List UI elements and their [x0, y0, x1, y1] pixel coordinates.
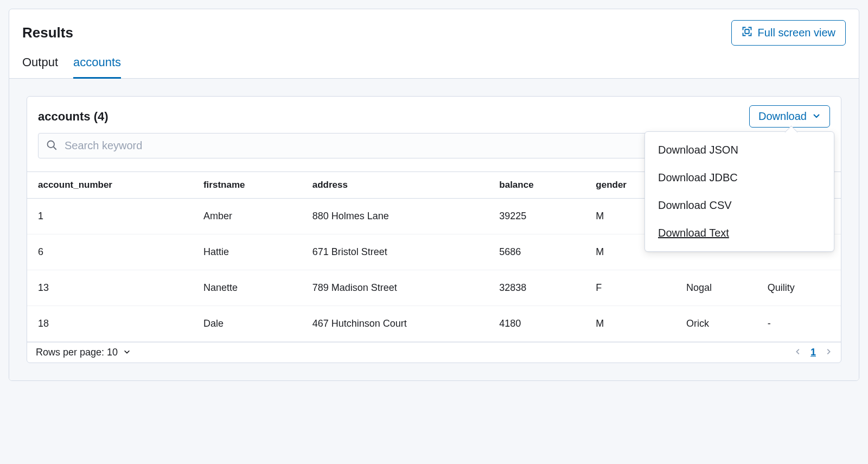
full-screen-label: Full screen view: [758, 27, 835, 39]
full-screen-button[interactable]: Full screen view: [731, 20, 846, 46]
download-menu-item[interactable]: Download JDBC: [645, 164, 834, 192]
cell-firstname: Nanette: [193, 270, 302, 306]
cell-balance: 39225: [488, 199, 585, 234]
cell-firstname: Dale: [193, 306, 302, 342]
cell-address: 467 Hutchinson Court: [302, 306, 489, 342]
tab-accounts[interactable]: accounts: [73, 55, 121, 79]
column-header[interactable]: firstname: [193, 172, 302, 199]
cell-employer: Quility: [757, 270, 841, 306]
cell-address: 671 Bristol Street: [302, 234, 489, 270]
download-menu: Download JSONDownload JDBCDownload CSVDo…: [644, 131, 834, 252]
prev-page-button[interactable]: [794, 347, 802, 358]
svg-point-1: [48, 141, 55, 148]
cell-balance: 32838: [488, 270, 585, 306]
table-row[interactable]: 13Nanette789 Madison Street32838FNogalQu…: [27, 270, 841, 306]
cell-gender: M: [585, 306, 675, 342]
next-page-button[interactable]: [825, 347, 832, 358]
download-button[interactable]: Download: [749, 105, 830, 128]
download-menu-item[interactable]: Download JSON: [645, 136, 834, 164]
cell-account_number: 18: [27, 306, 193, 342]
cell-city: Orick: [675, 306, 757, 342]
chevron-down-icon: [812, 110, 821, 123]
results-panel: Results Full screen view Outputaccounts …: [9, 9, 859, 381]
table-row[interactable]: 18Dale467 Hutchinson Court4180MOrick-: [27, 306, 841, 342]
column-header[interactable]: address: [302, 172, 489, 199]
cell-firstname: Hattie: [193, 234, 302, 270]
page-number[interactable]: 1: [810, 347, 816, 358]
download-menu-item[interactable]: Download CSV: [645, 192, 834, 219]
tabs: Outputaccounts: [9, 46, 859, 79]
fullscreen-icon: [742, 26, 752, 40]
card-title: accounts (4): [38, 110, 108, 124]
cell-address: 789 Madison Street: [302, 270, 489, 306]
cell-firstname: Amber: [193, 199, 302, 234]
cell-account_number: 13: [27, 270, 193, 306]
column-header[interactable]: balance: [488, 172, 585, 199]
chevron-right-icon: [825, 347, 832, 358]
download-menu-item[interactable]: Download Text: [645, 219, 834, 247]
column-header[interactable]: account_number: [27, 172, 193, 199]
rows-per-page-select[interactable]: Rows per page: 10: [36, 347, 131, 358]
cell-employer: -: [757, 306, 841, 342]
chevron-left-icon: [794, 347, 802, 358]
cell-address: 880 Holmes Lane: [302, 199, 489, 234]
svg-rect-0: [745, 29, 749, 34]
rows-per-page-label: Rows per page: 10: [36, 347, 118, 358]
cell-city: Nogal: [675, 270, 757, 306]
page-title: Results: [22, 24, 73, 41]
cell-gender: F: [585, 270, 675, 306]
chevron-down-icon: [123, 347, 131, 358]
cell-balance: 5686: [488, 234, 585, 270]
cell-account_number: 6: [27, 234, 193, 270]
tab-output[interactable]: Output: [22, 55, 58, 78]
results-card: accounts (4) Download Download JSONDownl…: [27, 96, 841, 363]
cell-balance: 4180: [488, 306, 585, 342]
download-label: Download: [758, 110, 807, 123]
search-icon: [46, 139, 57, 152]
cell-account_number: 1: [27, 199, 193, 234]
